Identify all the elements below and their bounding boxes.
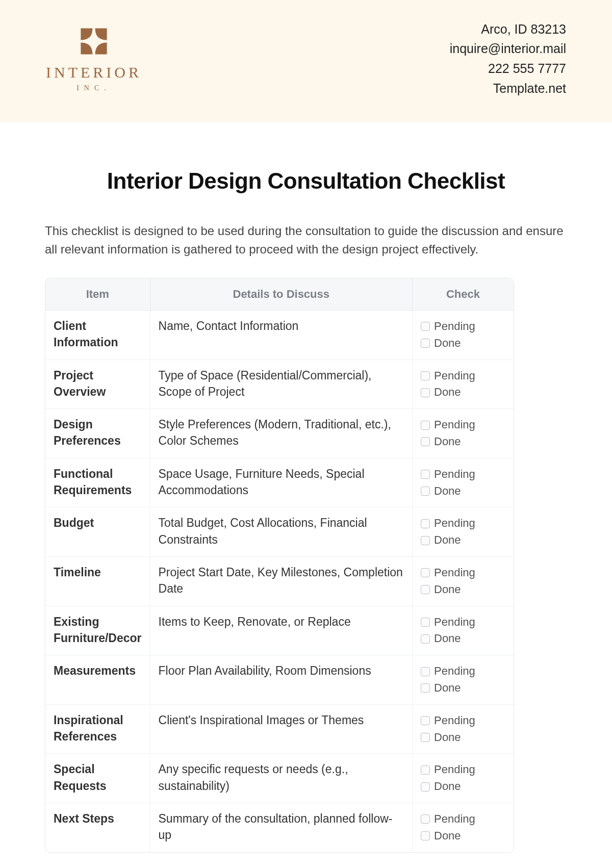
details-cell: Client's Inspirational Images or Themes (150, 704, 412, 754)
check-option-done[interactable]: Done (421, 532, 505, 548)
check-cell: PendingDone (413, 655, 514, 705)
item-cell: Inspirational References (45, 704, 150, 754)
checklist-table-wrap: Item Details to Discuss Check Client Inf… (45, 278, 514, 853)
brand-name: INTERIOR (46, 64, 142, 81)
contact-email: inquire@interior.mail (450, 39, 566, 59)
check-option-done[interactable]: Done (421, 730, 505, 746)
check-label: Done (434, 730, 461, 746)
checkbox-icon[interactable] (421, 371, 430, 380)
checkbox-icon[interactable] (421, 765, 430, 775)
checkbox-icon[interactable] (421, 733, 430, 742)
check-label: Pending (434, 565, 475, 581)
check-option-done[interactable]: Done (421, 336, 505, 351)
check-option-done[interactable]: Done (421, 828, 505, 844)
check-option-pending[interactable]: Pending (421, 516, 505, 531)
checkbox-icon[interactable] (421, 716, 430, 725)
checkbox-icon[interactable] (421, 536, 430, 545)
check-option-pending[interactable]: Pending (421, 565, 505, 581)
item-cell: Functional Requirements (45, 458, 150, 507)
item-cell: Measurements (45, 655, 150, 705)
check-label: Pending (434, 762, 475, 778)
check-cell: PendingDone (413, 507, 514, 557)
checkbox-icon[interactable] (421, 388, 430, 397)
checkbox-icon[interactable] (421, 322, 430, 331)
check-label: Done (434, 582, 461, 598)
check-label: Pending (434, 516, 475, 531)
table-row: Project OverviewType of Space (Residenti… (45, 360, 514, 409)
check-option-done[interactable]: Done (421, 680, 505, 696)
checkbox-icon[interactable] (421, 568, 430, 577)
checkbox-icon[interactable] (421, 339, 430, 348)
check-option-done[interactable]: Done (421, 483, 505, 499)
check-option-pending[interactable]: Pending (421, 467, 505, 482)
details-cell: Floor Plan Availability, Room Dimensions (150, 655, 412, 705)
check-option-pending[interactable]: Pending (421, 615, 505, 630)
contact-address: Arco, ID 83213 (450, 19, 566, 39)
details-cell: Type of Space (Residential/Commercial), … (150, 360, 412, 409)
table-row: Special RequestsAny specific requests or… (45, 754, 514, 803)
check-label: Pending (434, 663, 475, 679)
check-option-done[interactable]: Done (421, 631, 505, 647)
contact-phone: 222 555 7777 (450, 59, 566, 79)
check-cell: PendingDone (413, 556, 514, 606)
checkbox-icon[interactable] (421, 831, 430, 840)
check-option-done[interactable]: Done (421, 385, 505, 400)
check-label: Done (434, 828, 461, 844)
item-cell: Project Overview (45, 360, 150, 409)
checkbox-icon[interactable] (421, 782, 430, 792)
details-cell: Project Start Date, Key Milestones, Comp… (150, 556, 412, 606)
check-label: Done (434, 434, 461, 450)
checkbox-icon[interactable] (421, 487, 430, 496)
checkbox-icon[interactable] (421, 470, 430, 479)
checkbox-icon[interactable] (421, 814, 430, 824)
check-option-pending[interactable]: Pending (421, 811, 505, 827)
checkbox-icon[interactable] (421, 683, 430, 693)
check-option-done[interactable]: Done (421, 582, 505, 598)
check-label: Done (434, 336, 461, 351)
brand-logo-block: INTERIOR INC. (46, 25, 142, 92)
check-option-done[interactable]: Done (421, 779, 505, 795)
check-label: Pending (434, 368, 475, 384)
check-option-pending[interactable]: Pending (421, 417, 505, 433)
details-cell: Name, Contact Information (150, 311, 412, 360)
check-label: Done (434, 680, 461, 696)
check-option-done[interactable]: Done (421, 434, 505, 450)
check-cell: PendingDone (413, 754, 514, 803)
check-label: Done (434, 779, 461, 795)
check-label: Pending (434, 467, 475, 482)
checkbox-icon[interactable] (421, 667, 430, 676)
check-label: Done (434, 385, 461, 400)
check-label: Pending (434, 713, 475, 729)
table-row: Existing Furniture/DecorItems to Keep, R… (45, 606, 514, 655)
checkbox-icon[interactable] (421, 618, 430, 627)
checkbox-icon[interactable] (421, 437, 430, 446)
table-row: Inspirational ReferencesClient's Inspira… (45, 704, 514, 754)
check-option-pending[interactable]: Pending (421, 663, 505, 679)
table-row: BudgetTotal Budget, Cost Allocations, Fi… (45, 507, 514, 557)
page-body: Interior Design Consultation Checklist T… (0, 122, 612, 853)
check-option-pending[interactable]: Pending (421, 762, 505, 778)
check-label: Pending (434, 615, 475, 630)
item-cell: Timeline (45, 556, 150, 606)
check-option-pending[interactable]: Pending (421, 368, 505, 384)
check-cell: PendingDone (413, 704, 514, 754)
checkbox-icon[interactable] (421, 585, 430, 594)
intro-text: This checklist is designed to be used du… (45, 222, 567, 259)
check-option-pending[interactable]: Pending (421, 713, 505, 729)
table-row: MeasurementsFloor Plan Availability, Roo… (45, 655, 514, 705)
details-cell: Space Usage, Furniture Needs, Special Ac… (150, 458, 412, 507)
checkbox-icon[interactable] (421, 519, 430, 528)
details-cell: Summary of the consultation, planned fol… (150, 803, 412, 852)
brand-sub: INC. (76, 84, 111, 92)
details-cell: Any specific requests or needs (e.g., su… (150, 754, 412, 803)
item-cell: Special Requests (45, 754, 150, 803)
check-cell: PendingDone (413, 458, 514, 507)
check-cell: PendingDone (413, 803, 514, 852)
check-option-pending[interactable]: Pending (421, 319, 505, 335)
checklist-table: Item Details to Discuss Check Client Inf… (45, 278, 514, 852)
check-label: Pending (434, 417, 475, 433)
item-cell: Client Information (45, 311, 150, 360)
check-label: Pending (434, 811, 475, 827)
checkbox-icon[interactable] (421, 421, 430, 430)
checkbox-icon[interactable] (421, 634, 430, 644)
